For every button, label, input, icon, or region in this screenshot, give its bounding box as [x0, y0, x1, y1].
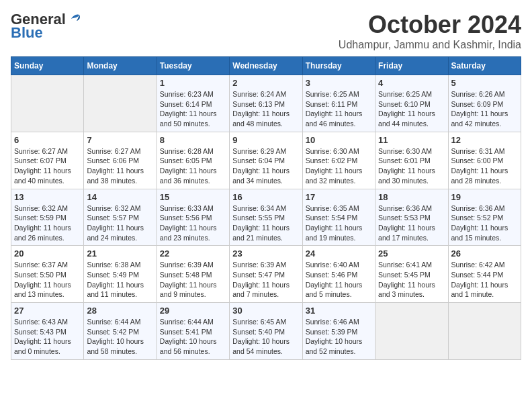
calendar-cell: 5Sunrise: 6:26 AM Sunset: 6:09 PM Daylig… — [448, 75, 521, 132]
day-number: 8 — [160, 135, 226, 145]
cell-daylight-info: Sunrise: 6:35 AM Sunset: 5:54 PM Dayligh… — [306, 203, 372, 243]
cell-daylight-info: Sunrise: 6:32 AM Sunset: 5:57 PM Dayligh… — [87, 203, 153, 243]
day-number: 18 — [378, 192, 445, 202]
cell-daylight-info: Sunrise: 6:25 AM Sunset: 6:10 PM Dayligh… — [378, 89, 445, 129]
day-number: 14 — [87, 192, 153, 202]
day-number: 30 — [232, 306, 299, 316]
cell-daylight-info: Sunrise: 6:30 AM Sunset: 6:01 PM Dayligh… — [378, 146, 445, 186]
calendar-cell: 6Sunrise: 6:27 AM Sunset: 6:07 PM Daylig… — [11, 132, 84, 189]
weekday-header-row: SundayMondayTuesdayWednesdayThursdayFrid… — [11, 57, 521, 75]
day-number: 7 — [87, 135, 153, 145]
calendar-cell — [375, 303, 448, 360]
cell-daylight-info: Sunrise: 6:44 AM Sunset: 5:41 PM Dayligh… — [160, 317, 226, 357]
calendar-cell: 25Sunrise: 6:41 AM Sunset: 5:45 PM Dayli… — [375, 246, 448, 303]
cell-daylight-info: Sunrise: 6:34 AM Sunset: 5:55 PM Dayligh… — [232, 203, 299, 243]
day-number: 31 — [306, 306, 372, 316]
day-number: 22 — [160, 248, 226, 259]
cell-daylight-info: Sunrise: 6:43 AM Sunset: 5:43 PM Dayligh… — [14, 317, 81, 357]
calendar-cell: 31Sunrise: 6:46 AM Sunset: 5:39 PM Dayli… — [302, 303, 375, 360]
calendar-cell: 8Sunrise: 6:28 AM Sunset: 6:05 PM Daylig… — [157, 132, 229, 189]
cell-daylight-info: Sunrise: 6:26 AM Sunset: 6:09 PM Dayligh… — [451, 89, 518, 129]
calendar-week-row: 6Sunrise: 6:27 AM Sunset: 6:07 PM Daylig… — [11, 132, 521, 189]
day-number: 12 — [451, 135, 518, 145]
cell-daylight-info: Sunrise: 6:23 AM Sunset: 6:14 PM Dayligh… — [160, 89, 226, 129]
cell-daylight-info: Sunrise: 6:36 AM Sunset: 5:52 PM Dayligh… — [451, 203, 518, 243]
day-number: 9 — [232, 135, 299, 145]
calendar-cell: 15Sunrise: 6:33 AM Sunset: 5:56 PM Dayli… — [157, 189, 229, 246]
header: General Blue October 2024 Udhampur, Jamm… — [11, 11, 521, 51]
calendar-cell: 28Sunrise: 6:44 AM Sunset: 5:42 PM Dayli… — [84, 303, 157, 360]
cell-daylight-info: Sunrise: 6:44 AM Sunset: 5:42 PM Dayligh… — [87, 317, 153, 357]
cell-daylight-info: Sunrise: 6:31 AM Sunset: 6:00 PM Dayligh… — [451, 146, 518, 186]
day-number: 2 — [232, 78, 299, 88]
cell-daylight-info: Sunrise: 6:46 AM Sunset: 5:39 PM Dayligh… — [306, 317, 372, 357]
cell-daylight-info: Sunrise: 6:39 AM Sunset: 5:48 PM Dayligh… — [160, 260, 226, 300]
calendar-week-row: 20Sunrise: 6:37 AM Sunset: 5:50 PM Dayli… — [11, 246, 521, 303]
day-number: 13 — [14, 192, 81, 202]
cell-daylight-info: Sunrise: 6:42 AM Sunset: 5:44 PM Dayligh… — [451, 260, 518, 300]
logo-blue-text: Blue — [11, 24, 43, 42]
day-number: 28 — [87, 306, 153, 316]
weekday-header-friday: Friday — [375, 57, 448, 75]
cell-daylight-info: Sunrise: 6:37 AM Sunset: 5:50 PM Dayligh… — [14, 260, 81, 300]
weekday-header-monday: Monday — [84, 57, 157, 75]
weekday-header-saturday: Saturday — [448, 57, 521, 75]
cell-daylight-info: Sunrise: 6:25 AM Sunset: 6:11 PM Dayligh… — [306, 89, 372, 129]
calendar-cell: 20Sunrise: 6:37 AM Sunset: 5:50 PM Dayli… — [11, 246, 84, 303]
calendar-cell: 18Sunrise: 6:36 AM Sunset: 5:53 PM Dayli… — [375, 189, 448, 246]
cell-daylight-info: Sunrise: 6:40 AM Sunset: 5:46 PM Dayligh… — [306, 260, 372, 300]
calendar-cell — [11, 75, 84, 132]
calendar-cell: 19Sunrise: 6:36 AM Sunset: 5:52 PM Dayli… — [448, 189, 521, 246]
day-number: 20 — [14, 248, 81, 259]
cell-daylight-info: Sunrise: 6:30 AM Sunset: 6:02 PM Dayligh… — [306, 146, 372, 186]
cell-daylight-info: Sunrise: 6:29 AM Sunset: 6:04 PM Dayligh… — [232, 146, 299, 186]
day-number: 4 — [378, 78, 445, 88]
location-title: Udhampur, Jammu and Kashmir, India — [339, 39, 521, 51]
day-number: 5 — [451, 78, 518, 88]
cell-daylight-info: Sunrise: 6:38 AM Sunset: 5:49 PM Dayligh… — [87, 260, 153, 300]
logo: General Blue — [11, 11, 82, 42]
calendar-table: SundayMondayTuesdayWednesdayThursdayFrid… — [11, 56, 521, 360]
day-number: 17 — [306, 192, 372, 202]
calendar-cell: 11Sunrise: 6:30 AM Sunset: 6:01 PM Dayli… — [375, 132, 448, 189]
calendar-cell: 30Sunrise: 6:45 AM Sunset: 5:40 PM Dayli… — [230, 303, 302, 360]
cell-daylight-info: Sunrise: 6:32 AM Sunset: 5:59 PM Dayligh… — [14, 203, 81, 243]
calendar-cell: 9Sunrise: 6:29 AM Sunset: 6:04 PM Daylig… — [230, 132, 302, 189]
day-number: 3 — [306, 78, 372, 88]
cell-daylight-info: Sunrise: 6:33 AM Sunset: 5:56 PM Dayligh… — [160, 203, 226, 243]
calendar-cell: 2Sunrise: 6:24 AM Sunset: 6:13 PM Daylig… — [230, 75, 302, 132]
calendar-cell: 1Sunrise: 6:23 AM Sunset: 6:14 PM Daylig… — [157, 75, 229, 132]
calendar-cell: 27Sunrise: 6:43 AM Sunset: 5:43 PM Dayli… — [11, 303, 84, 360]
cell-daylight-info: Sunrise: 6:27 AM Sunset: 6:06 PM Dayligh… — [87, 146, 153, 186]
day-number: 1 — [160, 78, 226, 88]
calendar-cell: 16Sunrise: 6:34 AM Sunset: 5:55 PM Dayli… — [230, 189, 302, 246]
day-number: 11 — [378, 135, 445, 145]
day-number: 19 — [451, 192, 518, 202]
cell-daylight-info: Sunrise: 6:36 AM Sunset: 5:53 PM Dayligh… — [378, 203, 445, 243]
day-number: 16 — [232, 192, 299, 202]
cell-daylight-info: Sunrise: 6:45 AM Sunset: 5:40 PM Dayligh… — [232, 317, 299, 357]
calendar-cell: 24Sunrise: 6:40 AM Sunset: 5:46 PM Dayli… — [302, 246, 375, 303]
cell-daylight-info: Sunrise: 6:41 AM Sunset: 5:45 PM Dayligh… — [378, 260, 445, 300]
logo-bird-icon — [67, 13, 82, 26]
calendar-cell: 21Sunrise: 6:38 AM Sunset: 5:49 PM Dayli… — [84, 246, 157, 303]
calendar-cell: 14Sunrise: 6:32 AM Sunset: 5:57 PM Dayli… — [84, 189, 157, 246]
calendar-cell — [448, 303, 521, 360]
day-number: 6 — [14, 135, 81, 145]
cell-daylight-info: Sunrise: 6:27 AM Sunset: 6:07 PM Dayligh… — [14, 146, 81, 186]
calendar-cell: 10Sunrise: 6:30 AM Sunset: 6:02 PM Dayli… — [302, 132, 375, 189]
calendar-cell: 17Sunrise: 6:35 AM Sunset: 5:54 PM Dayli… — [302, 189, 375, 246]
weekday-header-thursday: Thursday — [302, 57, 375, 75]
calendar-cell: 12Sunrise: 6:31 AM Sunset: 6:00 PM Dayli… — [448, 132, 521, 189]
calendar-cell: 23Sunrise: 6:39 AM Sunset: 5:47 PM Dayli… — [230, 246, 302, 303]
cell-daylight-info: Sunrise: 6:28 AM Sunset: 6:05 PM Dayligh… — [160, 146, 226, 186]
weekday-header-wednesday: Wednesday — [230, 57, 302, 75]
month-title: October 2024 — [339, 11, 521, 39]
day-number: 21 — [87, 248, 153, 259]
weekday-header-tuesday: Tuesday — [157, 57, 229, 75]
calendar-cell: 29Sunrise: 6:44 AM Sunset: 5:41 PM Dayli… — [157, 303, 229, 360]
calendar-cell: 3Sunrise: 6:25 AM Sunset: 6:11 PM Daylig… — [302, 75, 375, 132]
day-number: 15 — [160, 192, 226, 202]
day-number: 24 — [306, 248, 372, 259]
day-number: 23 — [232, 248, 299, 259]
